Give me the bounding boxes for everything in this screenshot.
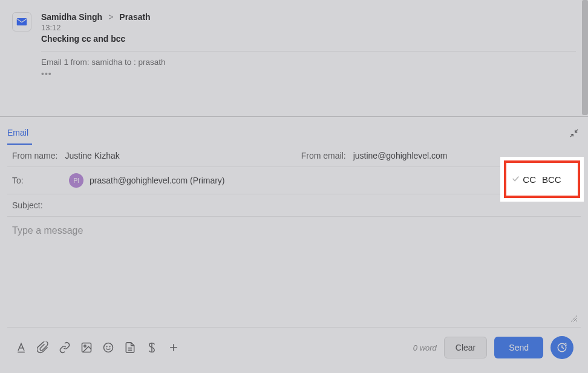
clear-button[interactable]: Clear — [444, 337, 487, 358]
resize-handle-icon[interactable] — [571, 315, 577, 323]
image-icon[interactable] — [80, 341, 93, 354]
emoji-icon[interactable] — [102, 341, 115, 354]
thread-subject: Checking cc and bcc — [41, 34, 576, 44]
from-email-label: From email: — [301, 151, 346, 160]
thread-to: Prasath — [119, 12, 150, 22]
send-button[interactable]: Send — [494, 337, 543, 358]
subject-row: Subject: — [7, 194, 581, 217]
word-count: 0 word — [413, 343, 437, 352]
thread-message[interactable]: Samidha Singh > Prasath 13:12 Checking c… — [12, 12, 576, 79]
svg-point-2 — [84, 345, 86, 347]
email-composer: Email From name: Justine Kizhak From ema… — [0, 117, 588, 368]
to-row: To: Pl prasath@gohighlevel.com (Primary)… — [7, 167, 581, 194]
tab-email[interactable]: Email — [7, 124, 32, 145]
email-thread: Samidha Singh > Prasath 13:12 Checking c… — [0, 0, 588, 117]
to-value[interactable]: prasath@gohighlevel.com (Primary) — [90, 176, 225, 185]
svg-point-5 — [109, 346, 110, 347]
plus-icon[interactable] — [167, 341, 180, 354]
svg-rect-0 — [17, 18, 27, 25]
from-name-value[interactable]: Justine Kizhak — [65, 151, 119, 160]
thread-preview: Email 1 from: samidha to : prasath — [41, 58, 576, 67]
composer-footer: 0 word Clear Send — [7, 327, 581, 368]
scrollbar[interactable] — [582, 0, 588, 115]
to-label: To: — [12, 176, 63, 185]
subject-label: Subject: — [12, 200, 54, 210]
template-icon[interactable] — [123, 341, 137, 354]
schedule-send-button[interactable] — [550, 336, 573, 359]
svg-point-3 — [104, 343, 113, 352]
check-icon — [511, 174, 520, 185]
text-format-icon[interactable] — [15, 341, 28, 354]
collapse-icon[interactable] — [567, 127, 581, 142]
link-icon[interactable] — [58, 341, 71, 354]
cc-bcc-highlight: CC BCC — [504, 160, 580, 198]
email-icon — [12, 12, 31, 31]
recipient-avatar: Pl — [69, 173, 83, 188]
thread-time: 13:12 — [41, 23, 576, 32]
attachment-icon[interactable] — [36, 341, 50, 354]
from-email-value[interactable]: justine@gohighlevel.com — [353, 151, 448, 160]
from-name-label: From name: — [12, 151, 57, 160]
thread-from: Samidha Singh — [41, 12, 102, 22]
bcc-highlight-label[interactable]: BCC — [542, 174, 561, 185]
dollar-icon[interactable] — [145, 341, 158, 354]
message-body[interactable] — [7, 217, 581, 325]
cc-highlight-label[interactable]: CC — [523, 174, 536, 185]
thread-header: Samidha Singh > Prasath — [41, 12, 576, 22]
thread-arrow-icon: > — [108, 12, 113, 22]
from-row: From name: Justine Kizhak From email: ju… — [7, 145, 581, 167]
divider — [41, 51, 576, 51]
expand-dots-icon[interactable]: ••• — [41, 69, 576, 79]
svg-point-4 — [106, 346, 107, 347]
